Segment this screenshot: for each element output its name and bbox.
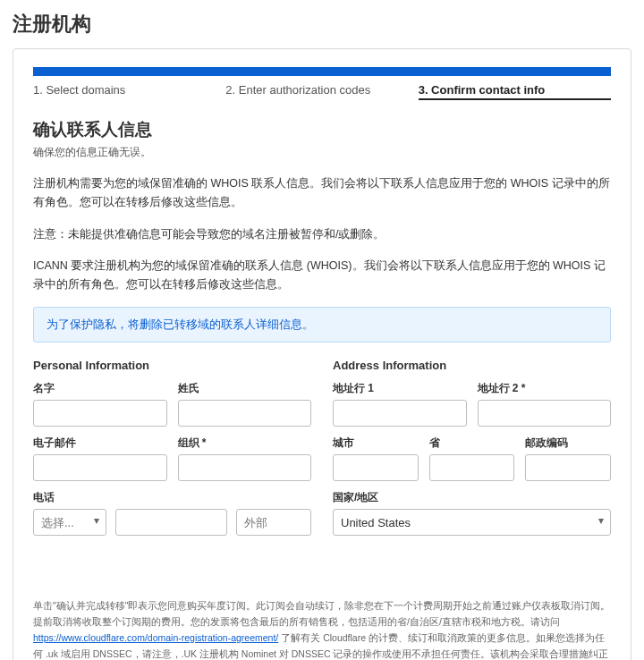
stepper: 1. Select domains 2. Enter authorization…	[33, 83, 611, 100]
postal-label: 邮政编码	[525, 436, 611, 451]
step-2[interactable]: 2. Enter authorization codes	[225, 83, 418, 100]
city-input[interactable]	[333, 454, 419, 481]
org-input[interactable]	[178, 454, 312, 481]
form-card: 1. Select domains 2. Enter authorization…	[13, 48, 631, 660]
step-3[interactable]: 3. Confirm contact info	[419, 83, 611, 100]
personal-info-title: Personal Information	[33, 359, 311, 372]
legal-link[interactable]: https://www.cloudflare.com/domain-regist…	[33, 632, 278, 643]
privacy-notice: 为了保护隐私，将删除已转移域的联系人详细信息。	[33, 307, 611, 343]
info-para-1: 注册机构需要为您的域保留准确的 WHOIS 联系人信息。我们会将以下联系人信息应…	[33, 174, 611, 213]
org-label: 组织 *	[178, 436, 312, 451]
address2-label: 地址行 2 *	[478, 381, 612, 396]
address1-input[interactable]	[333, 400, 467, 427]
address2-input[interactable]	[478, 400, 612, 427]
city-label: 城市	[333, 436, 419, 451]
first-name-input[interactable]	[33, 400, 167, 427]
state-label: 省	[429, 436, 515, 451]
country-select[interactable]	[333, 509, 611, 536]
last-name-input[interactable]	[178, 400, 312, 427]
email-label: 电子邮件	[33, 436, 167, 451]
progress-bar	[33, 67, 611, 76]
postal-input[interactable]	[525, 454, 611, 481]
last-name-label: 姓氏	[178, 381, 312, 396]
state-input[interactable]	[429, 454, 515, 481]
legal-text: 单击"确认并完成转移"即表示您同意购买年度订阅。此订阅会自动续订，除非您在下一个…	[33, 598, 611, 660]
address-info-title: Address Information	[333, 359, 611, 372]
personal-info-column: Personal Information 名字 姓氏 电子邮件	[33, 357, 311, 545]
section-heading: 确认联系人信息	[33, 118, 611, 141]
info-para-2: 注意：未能提供准确信息可能会导致您的域名注册被暂停和/或删除。	[33, 225, 611, 244]
first-name-label: 名字	[33, 381, 167, 396]
phone-prefix-select[interactable]	[33, 509, 106, 536]
phone-number-input[interactable]	[115, 509, 227, 536]
phone-label: 电话	[33, 490, 311, 505]
section-subheading: 确保您的信息正确无误。	[33, 145, 611, 160]
step-1[interactable]: 1. Select domains	[33, 83, 225, 100]
country-label: 国家/地区	[333, 490, 611, 505]
info-para-3: ICANN 要求注册机构为您的域保留准确的联系人信息 (WHOIS)。我们会将以…	[33, 257, 611, 295]
address1-label: 地址行 1	[333, 381, 467, 396]
email-input[interactable]	[33, 454, 167, 481]
legal-pre: 单击"确认并完成转移"即表示您同意购买年度订阅。此订阅会自动续订，除非您在下一个…	[33, 600, 610, 627]
page-title: 注册机构	[13, 11, 631, 38]
phone-ext-input[interactable]	[236, 509, 311, 536]
address-info-column: Address Information 地址行 1 地址行 2 * 城市	[333, 357, 611, 545]
